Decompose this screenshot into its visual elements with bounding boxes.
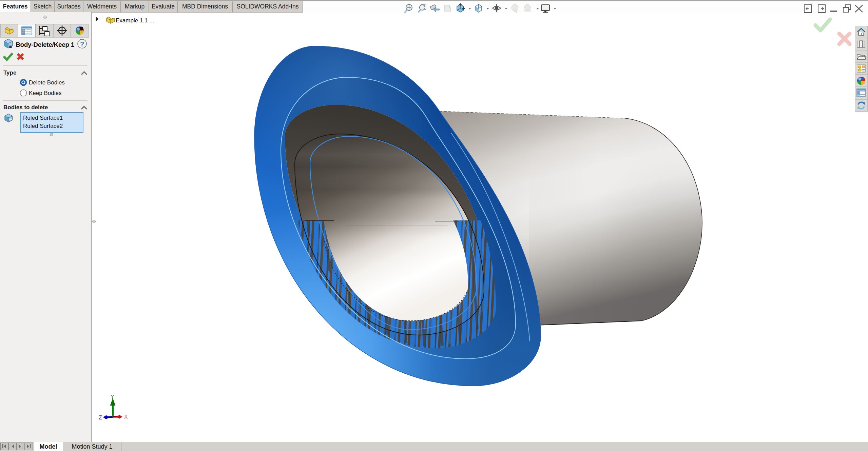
svg-text:X: X [124, 414, 128, 420]
svg-text:?: ? [80, 40, 84, 48]
svg-text:Z: Z [99, 415, 102, 420]
svg-text:Example 1.1 ...: Example 1.1 ... [116, 17, 154, 24]
svg-text:Y: Y [111, 394, 114, 400]
